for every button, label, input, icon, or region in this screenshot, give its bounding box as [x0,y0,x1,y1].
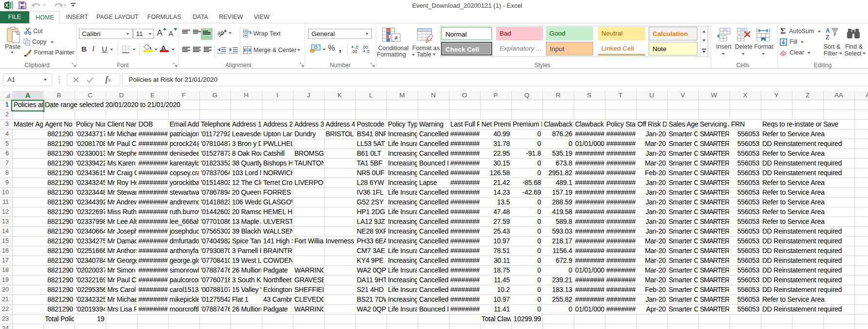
svg-text:.00: .00 [351,49,357,54]
svg-text:.0: .0 [366,49,369,54]
svg-text:≠: ≠ [394,34,398,41]
svg-text:A: A [826,27,830,34]
svg-text:X: X [5,3,9,8]
svg-text:Z: Z [826,34,829,41]
